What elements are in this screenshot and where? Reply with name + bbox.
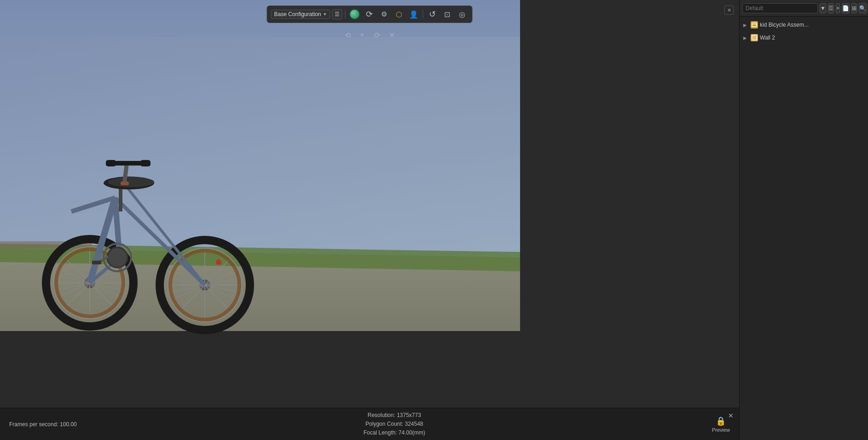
refresh-icon: ↺ bbox=[429, 9, 436, 19]
panel-page-btn[interactable]: 📄 bbox=[842, 3, 850, 13]
scene-tree: ▶ kid Bicycle Assem... ▶ bbox=[740, 17, 868, 440]
toolbar-separator-1 bbox=[345, 10, 346, 19]
close-icon: ✕ bbox=[727, 7, 731, 13]
svg-point-37 bbox=[108, 177, 154, 187]
viewport-toolbar: Base Configuration ▼ ☰ ⟳ ⚙ ⬡ bbox=[267, 6, 473, 23]
viewport-nav-overlay: ⟲ + ⟳ ✕ bbox=[341, 29, 398, 41]
right-panel: ▼ ☰ + 📄 ⊞ 🔍 ▶ bbox=[739, 0, 868, 440]
tree-item-wall2[interactable]: ▶ Wall 2 bbox=[740, 31, 868, 44]
polygon-line: Polygon Count: 324548 bbox=[364, 420, 425, 429]
focal-value: 74.00(mm) bbox=[399, 429, 425, 436]
window-icon: ⊡ bbox=[444, 10, 450, 19]
config-dropdown-arrow: ▼ bbox=[323, 12, 327, 17]
page-icon: 📄 bbox=[842, 5, 849, 11]
panel-dropdown-btn[interactable]: ▼ bbox=[820, 3, 826, 13]
dropdown-icon: ▼ bbox=[820, 5, 826, 11]
cube-icon: ⬡ bbox=[396, 10, 402, 19]
config-label: Base Configuration bbox=[274, 11, 321, 17]
panel-list-btn[interactable]: ☰ bbox=[828, 3, 834, 13]
svg-rect-41 bbox=[140, 160, 150, 166]
scene-search-input[interactable] bbox=[742, 3, 818, 13]
svg-rect-51 bbox=[753, 36, 756, 39]
columns-icon: ⊞ bbox=[852, 5, 856, 11]
nav-add-icon[interactable]: + bbox=[356, 29, 369, 41]
render-button[interactable]: ⚙ bbox=[378, 8, 391, 21]
character-icon: 👤 bbox=[409, 10, 418, 19]
tree-label-bicycle: kid Bicycle Assem... bbox=[760, 22, 864, 28]
svg-marker-1 bbox=[0, 37, 520, 267]
rotate-button[interactable]: ⟳ bbox=[363, 8, 376, 21]
toolbar-separator-2 bbox=[423, 10, 423, 19]
polygon-value: 324548 bbox=[405, 421, 423, 427]
tree-icon-bicycle bbox=[751, 21, 758, 29]
polygon-label: Polygon Count: bbox=[365, 421, 403, 427]
status-bar: Frames per second: 100.00 Resolution: 13… bbox=[0, 408, 739, 440]
viewport-container: Base Configuration ▼ ☰ ⟳ ⚙ ⬡ bbox=[0, 0, 739, 440]
right-panel-toolbar: ▼ ☰ + 📄 ⊞ 🔍 bbox=[740, 0, 868, 17]
svg-line-38 bbox=[124, 166, 127, 184]
fps-label: Frames per second: bbox=[9, 421, 58, 428]
focal-label: Focal Length: bbox=[364, 429, 397, 436]
refresh-button[interactable]: ↺ bbox=[426, 8, 439, 21]
cube-button[interactable]: ⬡ bbox=[393, 8, 405, 21]
svg-rect-40 bbox=[106, 160, 116, 166]
scene-canvas bbox=[0, 0, 739, 440]
svg-point-47 bbox=[216, 259, 221, 265]
character-button[interactable]: 👤 bbox=[407, 8, 420, 21]
main-layout: Base Configuration ▼ ☰ ⟳ ⚙ ⬡ bbox=[0, 0, 868, 440]
tree-item-bicycle[interactable]: ▶ kid Bicycle Assem... bbox=[740, 18, 868, 31]
render-icon: ⚙ bbox=[381, 10, 387, 18]
preview-button[interactable]: 🔒 Preview bbox=[712, 416, 730, 433]
config-list-button[interactable]: ☰ bbox=[332, 9, 342, 19]
tree-arrow-wall2: ▶ bbox=[743, 35, 749, 40]
fps-display: Frames per second: 100.00 bbox=[9, 421, 77, 428]
add-icon: + bbox=[836, 5, 839, 11]
sphere-icon bbox=[350, 10, 359, 19]
resolution-label: Resolution: bbox=[368, 412, 395, 418]
resolution-line: Resolution: 1375x773 bbox=[364, 411, 425, 420]
tree-icon-wall2 bbox=[751, 34, 758, 41]
svg-rect-44 bbox=[92, 261, 101, 264]
tree-label-wall2: Wall 2 bbox=[760, 34, 864, 41]
focal-line: Focal Length: 74.00(mm) bbox=[364, 429, 425, 437]
viewport-close-button[interactable]: ✕ bbox=[724, 6, 734, 15]
preview-label: Preview bbox=[712, 427, 730, 433]
camera-icon: ◎ bbox=[459, 10, 465, 19]
nav-undo-icon[interactable]: ⟲ bbox=[341, 29, 354, 41]
shading-button[interactable] bbox=[348, 8, 361, 21]
lock-icon: 🔒 bbox=[716, 416, 726, 426]
status-info: Resolution: 1375x773 Polygon Count: 3245… bbox=[364, 411, 425, 438]
resolution-value: 1375x773 bbox=[397, 412, 421, 418]
list-icon: ☰ bbox=[335, 11, 340, 17]
panel-columns-btn[interactable]: ⊞ bbox=[851, 3, 857, 13]
panel-search-btn[interactable]: 🔍 bbox=[859, 3, 867, 13]
list-icon: ☰ bbox=[828, 5, 833, 11]
fps-value: 100.00 bbox=[60, 421, 77, 428]
window-button[interactable]: ⊡ bbox=[441, 8, 454, 21]
tree-arrow-bicycle: ▶ bbox=[743, 23, 749, 28]
search-icon: 🔍 bbox=[859, 5, 866, 11]
config-dropdown[interactable]: Base Configuration ▼ bbox=[271, 10, 330, 19]
nav-redo-icon[interactable]: ⟳ bbox=[370, 29, 383, 41]
svg-point-42 bbox=[107, 247, 127, 268]
camera-button[interactable]: ◎ bbox=[456, 8, 469, 21]
svg-rect-48 bbox=[752, 23, 757, 27]
nav-close-icon[interactable]: ✕ bbox=[385, 29, 398, 41]
rotate-icon: ⟳ bbox=[366, 9, 373, 19]
panel-add-btn[interactable]: + bbox=[836, 3, 840, 13]
svg-rect-46 bbox=[121, 182, 129, 185]
status-close-button[interactable]: ✕ bbox=[728, 412, 734, 419]
